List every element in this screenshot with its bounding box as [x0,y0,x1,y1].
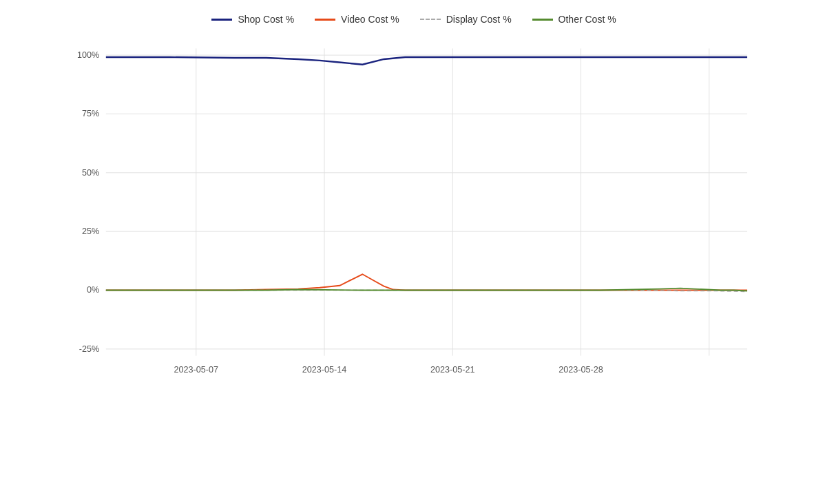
y-label-75: 75% [82,109,99,118]
legend-line-other [532,19,553,21]
y-label-100: 100% [77,50,99,60]
x-label-1: 2023-05-07 [174,365,219,375]
legend-label-display: Display Cost % [446,14,512,25]
x-label-4: 2023-05-28 [559,365,603,375]
line-video-cost [106,274,747,290]
chart-area: 100% 75% 50% 25% 0% -25% 2023-05-07 2023… [55,35,773,436]
legend-item-display: Display Cost % [420,14,512,25]
legend-label-other: Other Cost % [559,14,616,25]
legend-line-shop [211,19,232,21]
y-label-neg25: -25% [79,344,99,354]
chart-container: Shop Cost % Video Cost % Display Cost % … [0,0,814,504]
y-label-25: 25% [82,227,99,236]
line-shop-cost [106,57,747,65]
legend-item-video: Video Cost % [315,14,399,25]
legend-line-video [315,19,335,21]
legend-line-display [420,19,441,20]
legend-label-video: Video Cost % [341,14,399,25]
y-label-50: 50% [82,168,99,178]
legend-label-shop: Shop Cost % [238,14,294,25]
legend-item-other: Other Cost % [532,14,616,25]
legend-item-shop: Shop Cost % [211,14,294,25]
x-label-2: 2023-05-14 [302,365,347,375]
y-label-0: 0% [87,285,99,295]
x-label-3: 2023-05-21 [430,365,475,375]
chart-legend: Shop Cost % Video Cost % Display Cost % … [55,14,773,25]
main-chart-svg: 100% 75% 50% 25% 0% -25% 2023-05-07 2023… [55,35,773,436]
